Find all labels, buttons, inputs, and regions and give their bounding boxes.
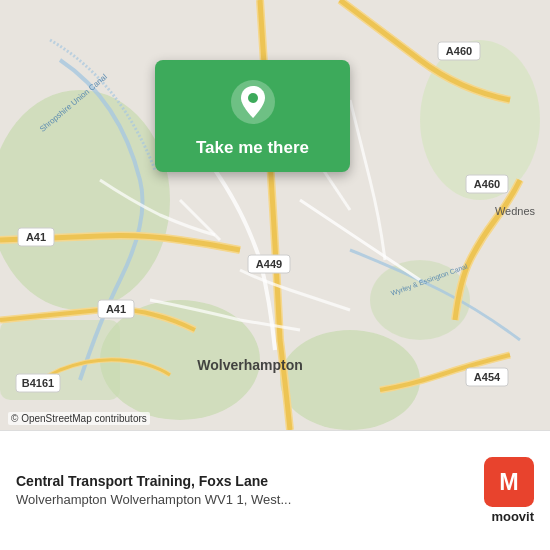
moovit-logo: M moovit [484,457,534,524]
info-address: Wolverhampton Wolverhampton WV1 1, West.… [16,491,472,509]
svg-text:Wolverhampton: Wolverhampton [197,357,303,373]
info-title: Central Transport Training, Foxs Lane [16,472,472,492]
moovit-text: moovit [491,509,534,524]
location-card[interactable]: Take me there [155,60,350,172]
svg-text:Wednes: Wednes [495,205,536,217]
svg-text:A41: A41 [106,303,126,315]
svg-text:A460: A460 [446,45,472,57]
svg-text:B4161: B4161 [22,377,54,389]
map-attribution: © OpenStreetMap contributors [8,412,150,425]
svg-text:A460: A460 [474,178,500,190]
location-pin-icon [229,78,277,126]
svg-point-3 [280,330,420,430]
moovit-logo-icon: M [484,457,534,507]
svg-text:A454: A454 [474,371,501,383]
svg-point-26 [248,93,258,103]
svg-text:M: M [499,469,518,495]
svg-text:A41: A41 [26,231,46,243]
take-me-there-button[interactable]: Take me there [196,138,309,158]
info-text: Central Transport Training, Foxs Lane Wo… [16,472,472,510]
info-panel: Central Transport Training, Foxs Lane Wo… [0,430,550,550]
svg-text:A449: A449 [256,258,282,270]
map-container: A460 A460 A449 A41 A41 B4161 A454 Wolver… [0,0,550,430]
